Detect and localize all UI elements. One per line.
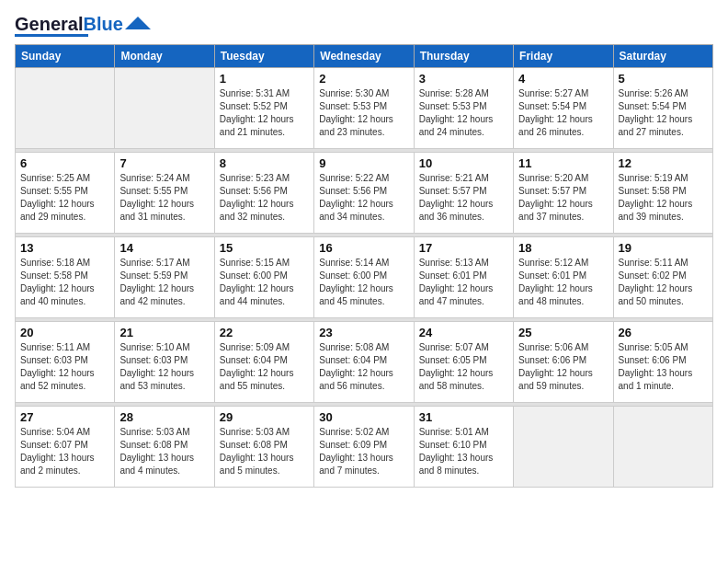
day-info: Sunrise: 5:24 AMSunset: 5:55 PMDaylight:…	[119, 172, 209, 224]
day-number: 25	[518, 326, 608, 339]
day-number: 18	[518, 241, 608, 255]
day-info: Sunrise: 5:17 AMSunset: 5:59 PMDaylight:…	[119, 257, 209, 308]
day-info: Sunrise: 5:19 AMSunset: 5:58 PMDaylight:…	[619, 172, 708, 224]
calendar-cell: 7Sunrise: 5:24 AMSunset: 5:55 PMDaylight…	[115, 153, 214, 234]
calendar-cell: 5Sunrise: 5:26 AMSunset: 5:54 PMDaylight…	[613, 68, 712, 149]
day-info: Sunrise: 5:27 AMSunset: 5:54 PMDaylight:…	[518, 87, 608, 139]
calendar-cell	[115, 68, 214, 149]
day-number: 17	[419, 241, 508, 255]
day-number: 4	[518, 72, 608, 86]
day-info: Sunrise: 5:05 AMSunset: 6:06 PMDaylight:…	[619, 341, 708, 393]
day-number: 14	[119, 241, 209, 255]
calendar-cell: 18Sunrise: 5:12 AMSunset: 6:01 PMDayligh…	[514, 237, 613, 318]
calendar-cell: 17Sunrise: 5:13 AMSunset: 6:01 PMDayligh…	[414, 237, 513, 318]
day-info: Sunrise: 5:10 AMSunset: 6:03 PMDaylight:…	[119, 341, 209, 393]
day-number: 13	[20, 241, 109, 255]
page-header: GeneralBlue	[15, 15, 713, 37]
calendar-cell: 9Sunrise: 5:22 AMSunset: 5:56 PMDaylight…	[314, 153, 414, 234]
calendar-week-row: 1Sunrise: 5:31 AMSunset: 5:52 PMDaylight…	[16, 68, 713, 149]
day-number: 21	[119, 326, 209, 339]
weekday-header-monday: Monday	[115, 45, 214, 68]
calendar-cell: 27Sunrise: 5:04 AMSunset: 6:07 PMDayligh…	[16, 407, 115, 488]
day-info: Sunrise: 5:12 AMSunset: 6:01 PMDaylight:…	[518, 257, 608, 308]
calendar-cell: 26Sunrise: 5:05 AMSunset: 6:06 PMDayligh…	[613, 322, 712, 403]
day-info: Sunrise: 5:22 AMSunset: 5:56 PMDaylight:…	[319, 172, 408, 224]
calendar-cell: 3Sunrise: 5:28 AMSunset: 5:53 PMDaylight…	[414, 68, 513, 149]
day-info: Sunrise: 5:31 AMSunset: 5:52 PMDaylight:…	[220, 87, 309, 139]
day-info: Sunrise: 5:26 AMSunset: 5:54 PMDaylight:…	[619, 87, 708, 139]
calendar-cell: 24Sunrise: 5:07 AMSunset: 6:05 PMDayligh…	[414, 322, 513, 403]
calendar-cell: 1Sunrise: 5:31 AMSunset: 5:52 PMDaylight…	[214, 68, 313, 149]
weekday-header-thursday: Thursday	[414, 45, 513, 68]
day-number: 19	[619, 241, 708, 255]
day-info: Sunrise: 5:23 AMSunset: 5:56 PMDaylight:…	[220, 172, 309, 224]
day-number: 11	[518, 156, 608, 170]
calendar-cell: 20Sunrise: 5:11 AMSunset: 6:03 PMDayligh…	[16, 322, 115, 403]
day-number: 30	[319, 410, 408, 424]
calendar-cell: 16Sunrise: 5:14 AMSunset: 6:00 PMDayligh…	[314, 237, 414, 318]
calendar-cell: 19Sunrise: 5:11 AMSunset: 6:02 PMDayligh…	[613, 237, 712, 318]
calendar-week-row: 27Sunrise: 5:04 AMSunset: 6:07 PMDayligh…	[16, 407, 713, 488]
calendar-cell: 8Sunrise: 5:23 AMSunset: 5:56 PMDaylight…	[214, 153, 313, 234]
calendar-table: SundayMondayTuesdayWednesdayThursdayFrid…	[15, 44, 713, 488]
day-number: 12	[619, 156, 708, 170]
calendar-cell: 2Sunrise: 5:30 AMSunset: 5:53 PMDaylight…	[314, 68, 414, 149]
day-info: Sunrise: 5:08 AMSunset: 6:04 PMDaylight:…	[319, 341, 408, 393]
day-info: Sunrise: 5:25 AMSunset: 5:55 PMDaylight:…	[20, 172, 109, 224]
logo-arrow-icon	[125, 17, 151, 29]
calendar-cell	[613, 407, 712, 488]
day-info: Sunrise: 5:18 AMSunset: 5:58 PMDaylight:…	[20, 257, 109, 308]
day-number: 27	[20, 410, 109, 424]
calendar-cell: 22Sunrise: 5:09 AMSunset: 6:04 PMDayligh…	[214, 322, 313, 403]
calendar-cell: 11Sunrise: 5:20 AMSunset: 5:57 PMDayligh…	[514, 153, 613, 234]
calendar-cell	[16, 68, 115, 149]
day-number: 6	[20, 156, 109, 170]
calendar-cell: 12Sunrise: 5:19 AMSunset: 5:58 PMDayligh…	[613, 153, 712, 234]
day-number: 9	[319, 156, 408, 170]
weekday-header-saturday: Saturday	[613, 45, 712, 68]
calendar-week-row: 20Sunrise: 5:11 AMSunset: 6:03 PMDayligh…	[16, 322, 713, 403]
day-number: 20	[20, 326, 109, 339]
day-number: 23	[319, 326, 408, 339]
calendar-cell: 30Sunrise: 5:02 AMSunset: 6:09 PMDayligh…	[314, 407, 414, 488]
calendar-cell: 15Sunrise: 5:15 AMSunset: 6:00 PMDayligh…	[214, 237, 313, 318]
calendar-header-row: SundayMondayTuesdayWednesdayThursdayFrid…	[16, 45, 713, 68]
calendar-cell: 4Sunrise: 5:27 AMSunset: 5:54 PMDaylight…	[514, 68, 613, 149]
day-number: 7	[119, 156, 209, 170]
weekday-header-sunday: Sunday	[16, 45, 115, 68]
day-info: Sunrise: 5:11 AMSunset: 6:03 PMDaylight:…	[20, 341, 109, 393]
day-info: Sunrise: 5:02 AMSunset: 6:09 PMDaylight:…	[319, 426, 408, 477]
calendar-cell: 14Sunrise: 5:17 AMSunset: 5:59 PMDayligh…	[115, 237, 214, 318]
weekday-header-friday: Friday	[514, 45, 613, 68]
day-number: 24	[419, 326, 508, 339]
day-number: 3	[419, 72, 508, 86]
day-number: 16	[319, 241, 408, 255]
weekday-header-tuesday: Tuesday	[214, 45, 313, 68]
day-number: 31	[419, 410, 508, 424]
calendar-cell: 25Sunrise: 5:06 AMSunset: 6:06 PMDayligh…	[514, 322, 613, 403]
calendar-cell: 28Sunrise: 5:03 AMSunset: 6:08 PMDayligh…	[115, 407, 214, 488]
day-info: Sunrise: 5:28 AMSunset: 5:53 PMDaylight:…	[419, 87, 508, 139]
day-info: Sunrise: 5:14 AMSunset: 6:00 PMDaylight:…	[319, 257, 408, 308]
day-info: Sunrise: 5:07 AMSunset: 6:05 PMDaylight:…	[419, 341, 508, 393]
day-number: 22	[220, 326, 309, 339]
day-number: 10	[419, 156, 508, 170]
day-info: Sunrise: 5:21 AMSunset: 5:57 PMDaylight:…	[419, 172, 508, 224]
day-info: Sunrise: 5:09 AMSunset: 6:04 PMDaylight:…	[220, 341, 309, 393]
calendar-week-row: 13Sunrise: 5:18 AMSunset: 5:58 PMDayligh…	[16, 237, 713, 318]
day-info: Sunrise: 5:03 AMSunset: 6:08 PMDaylight:…	[220, 426, 309, 477]
calendar-cell: 21Sunrise: 5:10 AMSunset: 6:03 PMDayligh…	[115, 322, 214, 403]
weekday-header-wednesday: Wednesday	[314, 45, 414, 68]
day-info: Sunrise: 5:03 AMSunset: 6:08 PMDaylight:…	[119, 426, 209, 477]
day-number: 5	[619, 72, 708, 86]
day-info: Sunrise: 5:04 AMSunset: 6:07 PMDaylight:…	[20, 426, 109, 477]
svg-marker-0	[125, 17, 151, 29]
calendar-cell: 10Sunrise: 5:21 AMSunset: 5:57 PMDayligh…	[414, 153, 513, 234]
logo: GeneralBlue	[15, 15, 151, 37]
calendar-cell: 6Sunrise: 5:25 AMSunset: 5:55 PMDaylight…	[16, 153, 115, 234]
day-number: 26	[619, 326, 708, 339]
calendar-cell: 23Sunrise: 5:08 AMSunset: 6:04 PMDayligh…	[314, 322, 414, 403]
day-number: 8	[220, 156, 309, 170]
calendar-cell	[514, 407, 613, 488]
calendar-cell: 13Sunrise: 5:18 AMSunset: 5:58 PMDayligh…	[16, 237, 115, 318]
